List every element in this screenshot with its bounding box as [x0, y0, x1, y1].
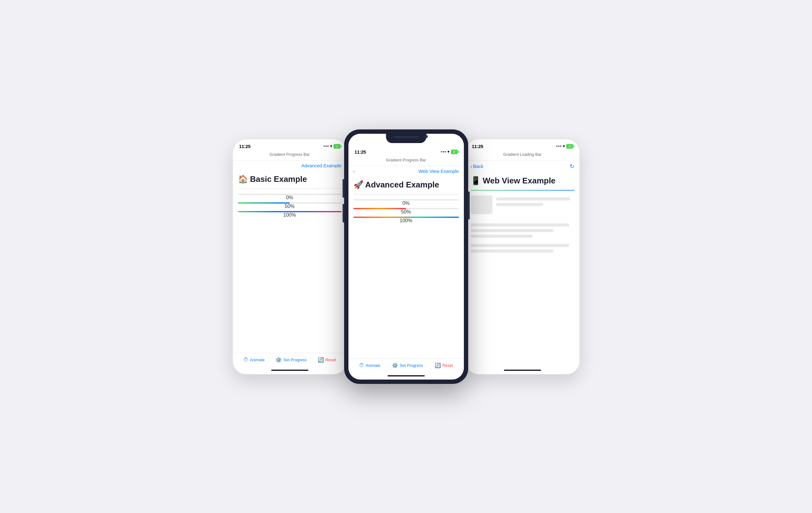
- right-skeleton-row: [471, 196, 574, 217]
- left-nav-title: Gradient Progress Bar: [270, 152, 310, 157]
- center-label-100: 100%: [353, 218, 459, 224]
- left-home-indicator: [271, 370, 309, 371]
- center-reset-btn[interactable]: 🔄 Reset: [435, 363, 453, 368]
- center-page-emoji: 🚀: [353, 180, 363, 189]
- right-home-indicator: [504, 370, 541, 371]
- left-toolbar: ⏱ Animate ⚙️ Set Progress 🔄 Reset: [233, 353, 347, 368]
- right-skeleton-lines: [496, 196, 574, 208]
- right-skeleton-line-3: [471, 224, 569, 227]
- center-progress-section: 0% 50% 100%: [348, 194, 464, 230]
- left-reset-icon: 🔄: [318, 357, 324, 363]
- right-signal-dots: [556, 146, 561, 147]
- right-screen: 11:25 ▾ ⚡ Gradient Loading Bar: [466, 139, 579, 374]
- right-nav-row: ‹ Back ↻: [466, 161, 579, 173]
- rdot3: [560, 146, 561, 147]
- right-battery-icon: ⚡: [566, 144, 573, 149]
- center-vol-up: [343, 179, 344, 198]
- center-power-btn: [468, 192, 470, 220]
- right-webview-content: [466, 191, 579, 368]
- left-animate-label: Animate: [250, 358, 265, 362]
- left-nav-row: Advanced Example: [233, 161, 347, 171]
- center-animate-icon: ⏱: [359, 363, 364, 368]
- center-inner: 11:25 ▾ ⚡ Gradient Progress Bar: [348, 134, 464, 379]
- cdot2: [443, 151, 444, 152]
- dot2: [325, 146, 327, 147]
- left-status-time: 11:25: [239, 144, 251, 149]
- left-nav-bar: Gradient Progress Bar: [233, 150, 347, 161]
- center-set-progress-label: Set Progress: [400, 363, 423, 368]
- center-battery-icon: ⚡: [451, 150, 458, 154]
- right-wifi-icon: ▾: [563, 144, 565, 148]
- left-nav-next-link[interactable]: Advanced Example: [301, 163, 341, 168]
- left-label-0: 0%: [238, 195, 342, 200]
- left-battery-icon: ⚡: [334, 144, 340, 149]
- left-animate-icon: ⏱: [243, 357, 248, 363]
- right-skeleton-line-5: [471, 235, 533, 238]
- cdot3: [445, 151, 446, 152]
- right-status-icons: ▾ ⚡: [556, 144, 573, 149]
- left-set-progress-btn[interactable]: ⚙️ Set Progress: [276, 357, 307, 363]
- center-page-title: 🚀 Advanced Example: [348, 177, 464, 194]
- dot3: [327, 146, 328, 147]
- left-progress-section: 0% 50% 100%: [233, 189, 347, 225]
- screens-container: 11:25 ▾ ⚡ Gradient Progress Bar Advanced: [232, 130, 580, 384]
- center-vol-down: [343, 204, 344, 223]
- center-reset-icon: 🔄: [435, 363, 441, 368]
- center-notch: [386, 134, 426, 143]
- right-nav-title: Gradient Loading Bar: [503, 152, 542, 157]
- center-set-progress-btn[interactable]: ⚙️ Set Progress: [392, 363, 423, 368]
- cdot1: [441, 151, 442, 152]
- center-screen: 11:25 ▾ ⚡ Gradient Progress Bar: [348, 134, 464, 379]
- right-skeleton-line-7: [471, 250, 554, 253]
- phone-left: 11:25 ▾ ⚡ Gradient Progress Bar Advanced: [232, 139, 347, 375]
- right-page-title: 📱 Web View Example: [466, 173, 579, 190]
- right-skeleton-line-6: [471, 244, 569, 247]
- center-nav-bar: Gradient Progress Bar: [348, 156, 464, 166]
- left-label-100: 100%: [238, 212, 342, 218]
- center-nav-next[interactable]: Web View Example: [418, 169, 459, 174]
- right-skeleton-line-4: [471, 229, 554, 232]
- center-nav-title: Gradient Progress Bar: [386, 158, 426, 162]
- right-skeleton-section-2: [471, 224, 574, 238]
- center-status-time: 11:25: [355, 149, 366, 154]
- center-toolbar: ⏱ Animate ⚙️ Set Progress 🔄 Reset: [348, 359, 464, 373]
- left-screen: 11:25 ▾ ⚡ Gradient Progress Bar Advanced: [233, 139, 347, 374]
- right-page-title-text: Web View Example: [483, 176, 556, 185]
- center-reset-label: Reset: [442, 363, 453, 368]
- center-camera: [425, 135, 428, 138]
- left-reset-btn[interactable]: 🔄 Reset: [318, 357, 336, 363]
- center-status-bar: 11:25 ▾ ⚡: [348, 145, 464, 156]
- center-animate-btn[interactable]: ⏱ Animate: [359, 363, 380, 368]
- left-signal-dots: [324, 146, 328, 147]
- right-skeleton-line-1: [496, 197, 570, 200]
- back-chevron-icon: ‹: [471, 164, 472, 169]
- rdot1: [556, 146, 557, 147]
- left-set-progress-icon: ⚙️: [276, 357, 282, 363]
- left-page-title-text: Basic Example: [250, 174, 307, 184]
- right-skeleton-section-3: [471, 244, 574, 253]
- center-signal-dots: [441, 151, 446, 152]
- center-nav-row: ‹ Web View Example: [348, 166, 464, 177]
- phone-right: 11:25 ▾ ⚡ Gradient Loading Bar: [465, 139, 580, 375]
- right-nav-back-label: Back: [473, 164, 484, 169]
- right-skeleton-image: [471, 196, 492, 214]
- left-wifi-icon: ▾: [330, 144, 332, 148]
- center-animate-label: Animate: [366, 363, 380, 368]
- right-nav-back[interactable]: ‹ Back: [471, 164, 484, 169]
- right-refresh-icon[interactable]: ↻: [570, 163, 574, 170]
- center-set-progress-icon: ⚙️: [392, 363, 398, 368]
- left-animate-btn[interactable]: ⏱ Animate: [243, 357, 265, 363]
- left-page-title: 🏠 Basic Example: [233, 171, 347, 189]
- left-status-icons: ▾ ⚡: [324, 144, 340, 149]
- center-nav-back[interactable]: ‹: [353, 169, 355, 174]
- right-status-time: 11:25: [472, 144, 484, 149]
- phone-center: 11:25 ▾ ⚡ Gradient Progress Bar: [344, 130, 468, 384]
- right-nav-bar: Gradient Loading Bar: [466, 150, 579, 161]
- center-speaker: [394, 136, 418, 138]
- center-status-icons: ▾ ⚡: [441, 150, 458, 154]
- left-label-50: 50%: [238, 204, 342, 209]
- left-status-bar: 11:25 ▾ ⚡: [233, 139, 347, 150]
- center-label-0: 0%: [353, 200, 459, 206]
- left-set-progress-label: Set Progress: [283, 358, 307, 362]
- right-page-emoji: 📱: [471, 176, 481, 185]
